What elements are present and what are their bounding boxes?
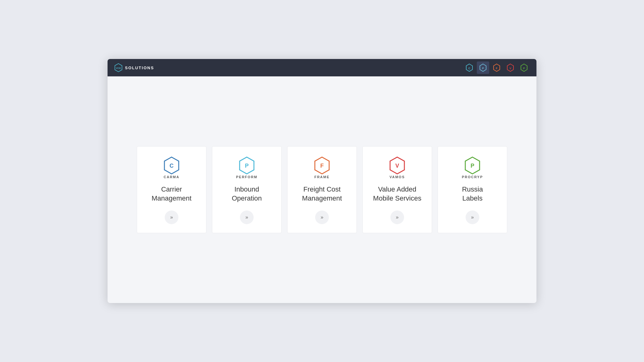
frame-abbrev: FRAME [314,175,329,179]
browser-frame: VCE SOLUTIONS C P F V P [108,59,536,303]
main-content: C CARMA CarrierManagement » P PERFORM In… [108,76,536,303]
procryp-abbrev: PROCRYP [462,175,483,179]
perform-title: InboundOperation [232,185,262,203]
procryp-nav-nav-button[interactable]: P [518,61,530,74]
frame-nav-hex-icon: F [492,63,501,72]
procryp-nav-hex-icon: P [520,63,528,72]
nav-icons: C P F V P [463,61,530,74]
svg-text:C: C [170,163,174,169]
brand-logo: VCE SOLUTIONS [114,63,154,72]
frame-nav-nav-button[interactable]: F [490,61,503,74]
carma-icon-area: C CARMA [162,156,181,180]
procryp-action-button[interactable]: » [466,210,479,224]
vamos-action-button[interactable]: » [390,210,404,224]
procryp-icon-area: P PROCRYP [462,156,483,180]
carma-title: CarrierManagement [152,185,191,203]
vamos-title: Value AddedMobile Services [373,185,421,203]
frame-icon-area: F FRAME [312,156,332,180]
svg-text:V: V [395,163,399,169]
carma-card[interactable]: C CARMA CarrierManagement » [137,146,206,233]
svg-text:P: P [523,67,525,70]
frame-action-button[interactable]: » [315,210,329,224]
svg-text:P: P [471,163,474,169]
perform-icon-area: P PERFORM [236,156,258,180]
carma-nav-hex-icon: C [465,63,474,72]
carma-abbrev: CARMA [164,175,180,179]
procryp-title: RussiaLabels [462,185,483,203]
svg-text:VCE: VCE [116,67,121,70]
svg-text:C: C [468,67,471,70]
vamos-nav-hex-icon: V [506,63,515,72]
svg-text:F: F [496,67,498,70]
vamos-hex-icon: V [388,156,407,175]
frame-hex-icon: F [312,156,332,175]
perform-nav-nav-button[interactable]: P [477,61,489,74]
navbar-brand: VCE SOLUTIONS [114,63,154,72]
carma-nav-nav-button[interactable]: C [463,61,476,74]
procryp-hex-icon: P [463,156,482,175]
svg-text:V: V [509,67,511,70]
perform-abbrev: PERFORM [236,175,258,179]
perform-card[interactable]: P PERFORM InboundOperation » [212,146,282,233]
vamos-card[interactable]: V VAMOS Value AddedMobile Services » [362,146,432,233]
vamos-icon-area: V VAMOS [388,156,407,180]
perform-hex-icon: P [237,156,256,175]
brand-hexagon-icon: VCE [114,63,123,72]
frame-title: Freight CostManagement [302,185,342,203]
svg-text:F: F [320,163,324,169]
carma-hex-icon: C [162,156,181,175]
frame-card[interactable]: F FRAME Freight CostManagement » [287,146,357,233]
procryp-card[interactable]: P PROCRYP RussiaLabels » [438,146,507,233]
vamos-abbrev: VAMOS [389,175,405,179]
carma-action-button[interactable]: » [165,210,178,224]
navbar: VCE SOLUTIONS C P F V P [108,59,536,76]
perform-nav-hex-icon: P [479,63,487,72]
vamos-nav-nav-button[interactable]: V [504,61,517,74]
perform-action-button[interactable]: » [240,210,254,224]
cards-container: C CARMA CarrierManagement » P PERFORM In… [137,146,507,233]
brand-text: SOLUTIONS [125,66,154,70]
svg-text:P: P [482,67,484,70]
svg-text:P: P [245,163,249,169]
